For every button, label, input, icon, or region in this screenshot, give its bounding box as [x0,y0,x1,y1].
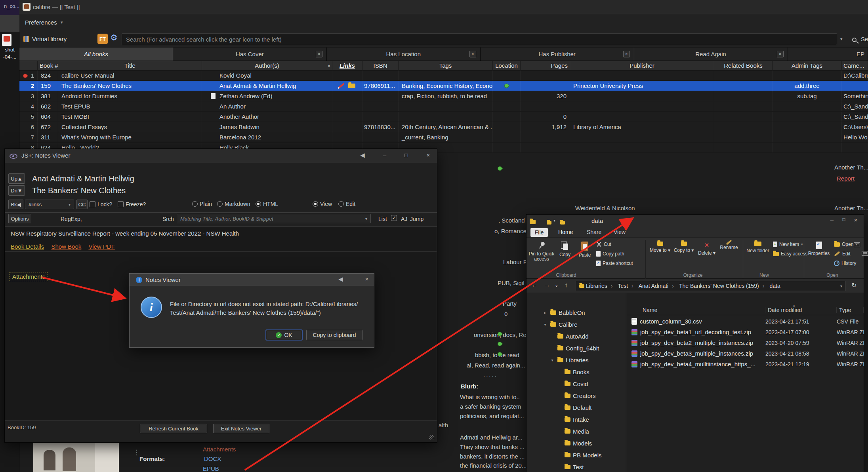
tree-item[interactable]: ▸ BabbleOn [527,306,626,318]
file-row[interactable]: job_spy_dev_beta3_multiple_instances.zip… [627,348,864,359]
col-date-modified[interactable]: Date modified [765,307,837,313]
nav-up-icon[interactable]: ↑ [565,282,568,289]
table-row[interactable]: 3 381 Android for Dummies Zethan Andrew … [19,91,868,101]
table-row[interactable]: 6 672 Collected Essays James Baldwin 978… [19,122,868,132]
tree-item[interactable]: Config_64bit [527,342,626,354]
aj-label[interactable]: AJ [401,216,407,222]
pin-to-quick-access-button[interactable]: Pin to Quick access [528,239,555,276]
exit-notes-viewer-button[interactable]: Exit Notes Viewer [213,424,269,433]
tree-item[interactable]: Default [527,402,626,413]
links-dropdown[interactable]: #links ▾ [25,200,74,209]
paste-shortcut-button[interactable]: Paste shortcut [596,261,633,266]
easy-access-button[interactable]: Easy access ▾ [773,251,811,257]
new-item-button[interactable]: New item ▾ [773,242,803,247]
back-button[interactable]: ◀ [358,152,367,159]
tree-item[interactable]: Covid [527,378,626,390]
tree-item[interactable]: ▾ Calibre [527,318,626,330]
library-tab[interactable]: Read Again × [634,48,788,61]
home-menu-tab[interactable]: Home [558,229,573,235]
nav-back-icon[interactable]: ← [531,282,538,289]
rename-button[interactable]: Rename [717,239,740,276]
radio-plain[interactable] [192,201,198,207]
maximize-button[interactable]: □ [402,152,410,158]
cut-button[interactable]: Cut [596,242,611,247]
tab-close-button[interactable]: × [777,51,784,57]
resize-grip[interactable] [429,435,434,440]
tab-close-button[interactable]: × [469,51,476,57]
ok-button[interactable]: ✓ OK [266,330,302,340]
tree-chevron-icon[interactable]: ▾ [549,358,555,362]
dialog-close-button[interactable]: × [362,276,371,282]
tree-item[interactable]: Media [527,425,626,437]
col-authors[interactable]: Author(s)▲ [202,61,332,70]
properties-button[interactable]: Properties [806,239,832,276]
attachments-label[interactable]: Attachments [203,446,236,453]
tree-item[interactable]: Intake [527,413,626,425]
copy-path-button[interactable]: Copy path [596,251,624,257]
tree-item[interactable]: Models [527,437,626,449]
edit-file-button[interactable]: Edit [834,251,851,257]
file-row[interactable]: job_spy_dev_beta4_mulltiinstance_https_.… [627,359,864,369]
col-last[interactable]: Came... [842,61,868,70]
tree-item[interactable]: ▾ Libraries [527,354,626,366]
list-checkbox[interactable]: ✓ [391,215,397,221]
nav-up-button[interactable]: Up▲ [8,173,25,184]
preferences-menu[interactable]: Preferences [25,19,57,26]
col-admin-tags[interactable]: Admin Tags [773,61,842,70]
search-history-caret-icon[interactable]: ▾ [840,36,843,42]
tree-item[interactable]: Creators [527,390,626,402]
breadcrumb-book[interactable]: The Bankers' New Clothes (159) [679,283,768,289]
col-related-books[interactable]: Related Books [714,61,773,70]
tab-close-button[interactable]: × [316,51,322,57]
table-row[interactable]: 2 159 The Bankers' New Clothes Anat Adma… [19,81,868,91]
regexp-label[interactable]: RegExp, [61,216,82,222]
breadcrumb-author[interactable]: Anat Admati [639,283,677,289]
back-book-button[interactable]: Bk◀ [8,200,23,209]
library-tab[interactable]: EP × [788,48,868,61]
options-button[interactable]: Options [8,214,31,223]
explorer-close-button[interactable]: × [851,217,860,223]
copy-to-clipboard-button[interactable]: Copy to clipboard [306,330,362,340]
explorer-titlebar[interactable]: ▾ data – □ × [527,215,864,227]
file-menu-tab[interactable]: File [530,228,548,237]
table-row[interactable]: 5 604 Test MOBI Another Author 0 C:\_San… [19,112,868,122]
tab-close-button[interactable]: × [623,51,630,57]
tree-item[interactable]: Test [527,461,626,472]
refresh-icon[interactable]: ↻ [851,282,857,289]
col-tags[interactable]: Tags [399,61,493,70]
jump-button[interactable]: Jump [410,216,424,222]
refresh-current-book-button[interactable]: Refresh Current Book [140,424,207,433]
col-type[interactable]: Type [837,307,864,313]
table-row[interactable]: 4 602 Test EPUB An Author C:\_Sandpi... [19,101,868,112]
tree-chevron-icon[interactable]: ▾ [542,322,548,327]
attachments-link[interactable]: Attachments [10,272,48,281]
note-search-input[interactable]: Matching Title, Author, BookID & Snippet… [177,214,371,223]
lock-checkbox[interactable] [90,201,95,207]
delete-button[interactable]: × Delete ▾ [697,239,717,276]
col-links[interactable]: Links [332,61,362,70]
share-menu-tab[interactable]: Share [587,229,601,235]
tree-chevron-icon[interactable]: ▸ [542,310,548,315]
col-publisher[interactable]: Publisher [570,61,714,70]
tree-item[interactable]: Books [527,366,626,378]
file-row[interactable]: job_spy_dev_beta1_url_decoding_test.zip … [627,327,864,337]
quick-access-icon[interactable] [547,221,551,225]
explorer-minimize-button[interactable]: – [828,217,836,223]
search-gear-icon[interactable]: ⚙ [110,33,118,42]
copy-button[interactable]: Copy [556,239,574,276]
dialog-back-button[interactable]: ◀ [336,276,345,283]
tree-item[interactable]: AutoAdd [527,330,626,342]
library-tab[interactable]: Has Location × [327,48,481,61]
search-input[interactable] [122,33,837,45]
nav-down-button[interactable]: Dn▼ [8,185,25,196]
close-button[interactable]: × [424,152,433,158]
quick-access-caret-icon[interactable]: ▾ [553,218,555,223]
select-all-icon[interactable] [854,242,860,247]
paste-button[interactable]: Paste [575,239,595,276]
dialog-titlebar[interactable]: i Notes Viewer ◀ × [130,274,374,286]
breadcrumb-libraries[interactable]: Libraries [586,283,616,289]
view-menu-tab[interactable]: View [614,229,626,235]
minimize-button[interactable]: – [380,152,389,158]
col-title[interactable]: Title [58,61,202,70]
splitter-dots[interactable]: ..... [483,371,498,378]
